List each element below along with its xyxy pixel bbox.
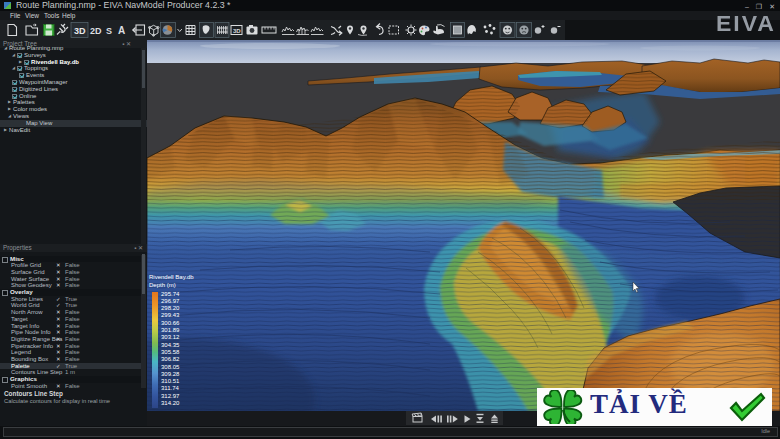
svg-text:3D: 3D (233, 28, 241, 34)
svg-text:S: S (106, 26, 112, 36)
svg-text:A: A (118, 25, 125, 36)
svg-text:3D: 3D (74, 26, 86, 36)
svg-text:2D: 2D (90, 26, 102, 36)
